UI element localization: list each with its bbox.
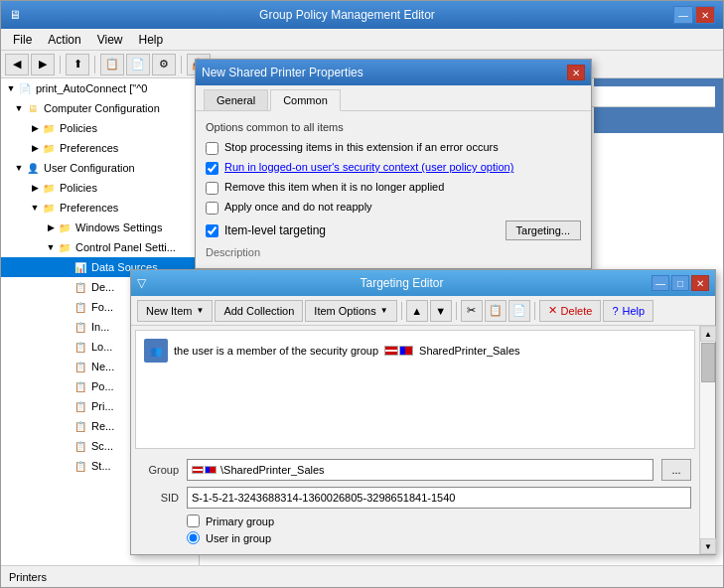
targeting-button[interactable]: Targeting... — [506, 220, 581, 240]
sidebar-item-control-panel[interactable]: ▼ 📁 Control Panel Setti... — [1, 237, 199, 257]
targeting-rule-row: 👥 the user is a member of the security g… — [140, 335, 690, 367]
targeting-toolbar: New Item ▼ Add Collection Item Options ▼… — [131, 296, 715, 326]
main-title-bar: 🖥 Group Policy Management Editor — ✕ — [1, 1, 723, 29]
checkbox-remove-input[interactable] — [206, 182, 218, 195]
menu-file[interactable]: File — [5, 29, 40, 50]
expand-icon[interactable]: ▼ — [13, 102, 25, 114]
primary-group-checkbox[interactable] — [187, 514, 200, 527]
sidebar-label: Computer Configuration — [44, 102, 160, 114]
sidebar-item-print-autoconnect[interactable]: ▼ 📄 print_AutoConnect ["^0 — [1, 78, 199, 98]
new-item-label: New Item — [146, 305, 192, 317]
move-up-button[interactable]: ▲ — [406, 300, 428, 322]
forward-button[interactable]: ▶ — [31, 54, 55, 75]
targeting-minimize[interactable]: — — [652, 275, 669, 291]
printer-dialog-close[interactable]: ✕ — [567, 65, 585, 80]
checkbox-apply-once: Apply once and do not reapply — [206, 201, 581, 215]
primary-group-row: Primary group — [187, 514, 691, 527]
sidebar-item-windows-settings[interactable]: ▶ 📁 Windows Settings — [1, 218, 199, 237]
checkbox-stop-input[interactable] — [206, 142, 218, 155]
expand-icon[interactable]: ▶ — [29, 182, 41, 194]
file-icon: 📄 — [17, 80, 33, 96]
expand-icon[interactable]: ▼ — [13, 162, 25, 174]
sidebar-label: Control Panel Setti... — [75, 241, 176, 253]
item-options-dropdown-icon: ▼ — [380, 306, 388, 315]
printer-dialog-titlebar: New Shared Printer Properties ✕ — [196, 60, 591, 85]
sid-label: SID — [139, 492, 179, 504]
primary-group-label: Primary group — [206, 515, 274, 527]
sid-value: S-1-5-21-3243688314-1360026805-329865184… — [192, 492, 455, 504]
checkbox-item-level-input[interactable] — [206, 224, 218, 237]
delete-button[interactable]: ✕ Delete — [539, 300, 602, 322]
add-collection-button[interactable]: Add Collection — [215, 300, 303, 322]
group-prop-row: Group \SharedPrinter_Sales ... — [139, 459, 691, 481]
checkbox-run-logged: Run in logged-on user's security context… — [206, 161, 581, 175]
targeting-editor-dialog: ▽ Targeting Editor — □ ✕ New Item ▼ Add … — [130, 269, 716, 555]
minimize-button[interactable]: — — [673, 6, 693, 24]
printer-properties-dialog: New Shared Printer Properties ✕ General … — [195, 59, 592, 269]
item-icon: 📋 — [72, 398, 88, 414]
close-button[interactable]: ✕ — [695, 6, 715, 24]
targeting-maximize[interactable]: □ — [671, 275, 689, 291]
scroll-thumb[interactable] — [701, 343, 715, 382]
properties-button[interactable]: ⚙ — [152, 54, 176, 75]
sidebar-label: Preferences — [60, 202, 118, 214]
detail-button[interactable]: 📄 — [126, 54, 150, 75]
expand-icon[interactable]: ▼ — [29, 202, 41, 214]
group-input-field[interactable]: \SharedPrinter_Sales — [187, 459, 653, 481]
menu-action[interactable]: Action — [40, 29, 88, 50]
user-in-group-radio[interactable] — [187, 531, 200, 544]
tab-general[interactable]: General — [204, 89, 268, 110]
main-window: 🖥 Group Policy Management Editor — ✕ Fil… — [0, 0, 724, 588]
checkbox-run-label: Run in logged-on user's security context… — [224, 161, 513, 173]
description-label: Description — [206, 246, 581, 258]
new-item-button[interactable]: New Item ▼ — [137, 300, 213, 322]
back-button[interactable]: ◀ — [5, 54, 29, 75]
sidebar-item-computer-config[interactable]: ▼ 🖥 Computer Configuration — [1, 98, 199, 118]
sidebar-item-user-config[interactable]: ▼ 👤 User Configuration — [1, 158, 199, 178]
expand-icon[interactable]: ▼ — [45, 241, 57, 253]
checkbox-item-level-label: Item-level targeting — [224, 223, 326, 237]
sidebar-item-policies-uc[interactable]: ▶ 📁 Policies — [1, 178, 199, 198]
sid-input-field[interactable]: S-1-5-21-3243688314-1360026805-329865184… — [187, 487, 691, 509]
sidebar-item-policies-cc[interactable]: ▶ 📁 Policies — [1, 118, 199, 138]
checkbox-run-input[interactable] — [206, 162, 218, 175]
sidebar-label: Ne... — [91, 361, 114, 372]
sidebar-item-preferences-uc[interactable]: ▼ 📁 Preferences — [1, 198, 199, 218]
sidebar-label: Re... — [91, 420, 114, 432]
main-title: Group Policy Management Editor — [21, 8, 673, 22]
expand-icon[interactable]: ▶ — [29, 122, 41, 134]
item-icon: 📋 — [72, 279, 88, 295]
paste-button[interactable]: 📄 — [508, 300, 530, 322]
show-button[interactable]: 📋 — [100, 54, 124, 75]
targeting-scrollbar[interactable]: ▲ ▼ — [699, 326, 715, 554]
expand-icon[interactable]: ▶ — [45, 221, 57, 233]
checkbox-apply-input[interactable] — [206, 202, 218, 215]
item-options-button[interactable]: Item Options ▼ — [305, 300, 396, 322]
flag-separator-icon — [384, 346, 413, 356]
copy-button[interactable]: 📋 — [485, 300, 507, 322]
sidebar-label: De... — [91, 281, 114, 293]
expand-icon[interactable]: ▶ — [29, 142, 41, 154]
computer-icon: 🖥 — [25, 100, 41, 116]
rule-text: the user is a member of the security gro… — [174, 345, 378, 357]
menu-help[interactable]: Help — [131, 29, 172, 50]
targeting-close[interactable]: ✕ — [691, 275, 709, 291]
expand-icon[interactable]: ▼ — [5, 82, 17, 94]
sidebar-item-preferences-cc[interactable]: ▶ 📁 Preferences — [1, 138, 199, 158]
sidebar-label: Po... — [91, 380, 114, 392]
cut-button[interactable]: ✂ — [461, 300, 483, 322]
scroll-up-button[interactable]: ▲ — [700, 326, 716, 342]
up-button[interactable]: ⬆ — [66, 54, 89, 75]
browse-button[interactable]: ... — [661, 459, 691, 481]
scroll-down-button[interactable]: ▼ — [700, 538, 716, 554]
sidebar-label: In... — [91, 321, 109, 333]
targeting-rules-list: 👥 the user is a member of the security g… — [135, 330, 695, 449]
sid-prop-row: SID S-1-5-21-3243688314-1360026805-32986… — [139, 487, 691, 509]
move-down-button[interactable]: ▼ — [430, 300, 452, 322]
tab-common[interactable]: Common — [270, 89, 341, 111]
menu-view[interactable]: View — [89, 29, 131, 50]
group-value: \SharedPrinter_Sales — [220, 464, 325, 476]
folder-icon: 📁 — [41, 200, 57, 216]
group-flag-icon — [192, 466, 217, 474]
help-button[interactable]: ? Help — [603, 300, 653, 322]
